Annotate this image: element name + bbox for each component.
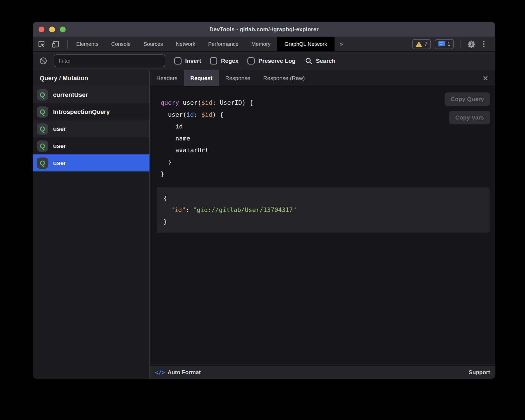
query-sidebar: Query / Mutation QcurrentUserQIntrospect… xyxy=(33,70,149,379)
detail-tab-request[interactable]: Request xyxy=(184,70,219,86)
query-type-badge: Q xyxy=(37,89,48,101)
query-list-item[interactable]: QcurrentUser xyxy=(33,86,149,103)
devtools-tab-network[interactable]: Network xyxy=(170,37,202,51)
preserve-log-checkbox-group: Preserve Log xyxy=(247,57,295,65)
detail-tab-bar: HeadersRequestResponseResponse (Raw) ✕ xyxy=(150,70,495,86)
code-line: } xyxy=(163,216,483,228)
query-type-badge: Q xyxy=(37,157,48,169)
message-count: 1 xyxy=(447,41,450,47)
search-icon xyxy=(305,57,312,65)
query-list-item[interactable]: Quser xyxy=(33,154,149,171)
invert-checkbox[interactable] xyxy=(174,57,182,65)
traffic-lights xyxy=(39,22,66,37)
invert-checkbox-group: Invert xyxy=(174,57,201,65)
devtools-window: DevTools - gitlab.com/-/graphql-explorer… xyxy=(33,22,495,379)
detail-panel: HeadersRequestResponseResponse (Raw) ✕ q… xyxy=(150,70,495,379)
code-line: "id": "gid://gitlab/User/13704317" xyxy=(163,204,483,216)
graphql-query-code: query user($id: UserID) { user(id: $id) … xyxy=(150,86,495,180)
devtools-tab-memory[interactable]: Memory xyxy=(245,37,277,51)
code-line: name xyxy=(161,133,495,145)
query-name: currentUser xyxy=(53,91,88,99)
search-label: Search xyxy=(316,58,335,64)
query-type-badge: Q xyxy=(37,106,48,118)
code-line: } xyxy=(161,168,495,180)
detail-tab-response-raw[interactable]: Response (Raw) xyxy=(257,70,311,86)
kebab-menu-icon[interactable] xyxy=(480,41,487,47)
close-window-button[interactable] xyxy=(39,27,44,32)
devtools-tab-elements[interactable]: Elements xyxy=(70,37,105,51)
sidebar-header: Query / Mutation xyxy=(33,70,149,86)
filter-input[interactable] xyxy=(54,54,165,67)
detail-footer: </> Auto Format Support xyxy=(150,366,495,379)
query-name: user xyxy=(53,159,66,167)
query-name: IntrospectionQuery xyxy=(53,108,110,116)
close-panel-icon[interactable]: ✕ xyxy=(476,70,495,86)
query-type-badge: Q xyxy=(37,140,48,152)
window-title: DevTools - gitlab.com/-/graphql-explorer xyxy=(209,26,319,33)
regex-checkbox[interactable] xyxy=(210,57,217,65)
zoom-window-button[interactable] xyxy=(60,27,66,32)
devtools-tab-bar: ElementsConsoleSourcesNetworkPerformance… xyxy=(33,37,495,52)
regex-label: Regex xyxy=(221,58,238,64)
inspect-element-icon[interactable] xyxy=(37,39,46,49)
query-list-item[interactable]: Quser xyxy=(33,120,149,137)
warnings-badge[interactable]: 7 xyxy=(412,39,431,49)
messages-badge[interactable]: 1 xyxy=(435,39,454,49)
search-control[interactable]: Search xyxy=(305,57,335,65)
copy-vars-button[interactable]: Copy Vars xyxy=(449,111,490,124)
support-link[interactable]: Support xyxy=(469,369,490,376)
devtools-tab-console[interactable]: Console xyxy=(105,37,137,51)
code-line: id xyxy=(161,121,495,133)
query-type-badge: Q xyxy=(37,123,48,135)
auto-format-button[interactable]: </> Auto Format xyxy=(155,369,201,376)
preserve-log-checkbox[interactable] xyxy=(247,57,255,65)
query-list: QcurrentUserQIntrospectionQueryQuserQuse… xyxy=(33,86,149,171)
more-tabs-button[interactable]: » xyxy=(335,37,348,51)
devtools-tab-sources[interactable]: Sources xyxy=(137,37,170,51)
copy-query-button[interactable]: Copy Query xyxy=(445,92,490,106)
auto-format-label: Auto Format xyxy=(168,369,201,376)
detail-tabs: HeadersRequestResponseResponse (Raw) xyxy=(150,70,311,86)
code-line: user(id: $id) { xyxy=(161,109,495,121)
invert-label: Invert xyxy=(185,58,201,64)
request-content: query user($id: UserID) { user(id: $id) … xyxy=(150,86,495,366)
query-variables-box: { "id": "gid://gitlab/User/13704317"} xyxy=(157,187,490,233)
code-line: { xyxy=(163,192,483,204)
code-brackets-icon: </> xyxy=(155,369,165,376)
warning-count: 7 xyxy=(424,41,428,47)
devtools-tabs: ElementsConsoleSourcesNetworkPerformance… xyxy=(70,37,335,51)
device-toolbar-icon[interactable] xyxy=(51,39,60,49)
devtools-tab-performance[interactable]: Performance xyxy=(202,37,245,51)
preserve-log-label: Preserve Log xyxy=(258,58,295,64)
message-icon xyxy=(438,41,445,47)
query-list-item[interactable]: Quser xyxy=(33,137,149,154)
title-bar: DevTools - gitlab.com/-/graphql-explorer xyxy=(33,22,495,37)
code-line: } xyxy=(161,156,495,168)
regex-checkbox-group: Regex xyxy=(210,57,238,65)
code-line: avatarUrl xyxy=(161,144,495,156)
toolbar-separator xyxy=(67,40,68,49)
main-area: Query / Mutation QcurrentUserQIntrospect… xyxy=(33,70,495,379)
detail-tab-headers[interactable]: Headers xyxy=(150,70,184,86)
minimize-window-button[interactable] xyxy=(49,27,55,32)
query-list-item[interactable]: QIntrospectionQuery xyxy=(33,103,149,120)
filter-bar: Invert Regex Preserve Log Search xyxy=(33,52,495,70)
tabbar-separator xyxy=(460,40,460,49)
query-name: user xyxy=(53,125,66,133)
query-name: user xyxy=(53,142,66,150)
detail-tab-response[interactable]: Response xyxy=(219,70,257,86)
devtools-tab-graphql-network[interactable]: GraphQL Network xyxy=(277,37,335,51)
clear-block-icon[interactable] xyxy=(39,56,48,66)
warning-icon xyxy=(416,41,422,47)
settings-gear-icon[interactable] xyxy=(467,39,476,49)
